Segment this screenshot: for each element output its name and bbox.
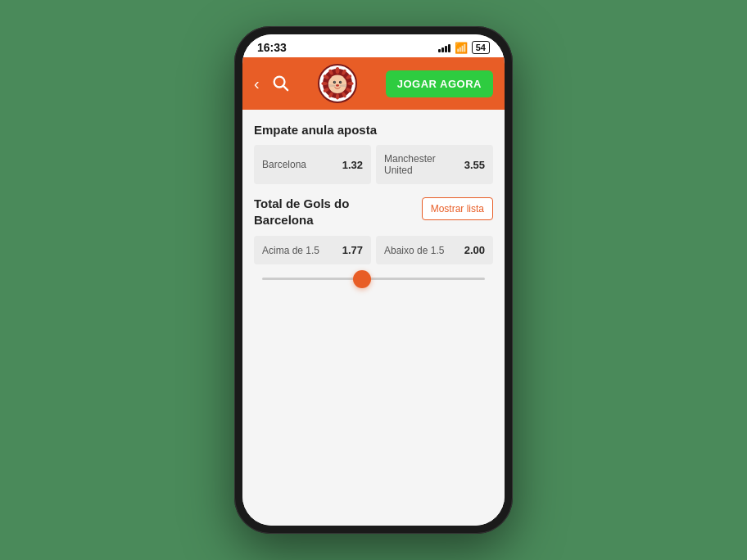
svg-line-1	[283, 86, 287, 90]
empate-bet-row: Barcelona 1.32 Manchester United 3.55	[254, 145, 493, 184]
svg-point-15	[328, 75, 346, 93]
bet-abaixo[interactable]: Abaixo de 1.5 2.00	[376, 236, 493, 264]
svg-point-9	[336, 93, 339, 99]
bet-acima[interactable]: Acima de 1.5 1.77	[254, 236, 371, 264]
abaixo-label: Abaixo de 1.5	[384, 245, 444, 256]
total-gols-section: Total de Gols doBarcelona Mostrar lista …	[254, 196, 493, 264]
acima-label: Acima de 1.5	[262, 245, 319, 256]
manchester-odds: 3.55	[464, 159, 485, 171]
status-time: 16:33	[257, 41, 287, 54]
bet-manchester-united[interactable]: Manchester United 3.55	[376, 145, 493, 184]
empate-section: Empate anula aposta Barcelona 1.32 Manch…	[254, 123, 493, 184]
toolbar-left: ‹	[254, 74, 289, 94]
abaixo-odds: 2.00	[464, 244, 485, 256]
barcelona-label: Barcelona	[262, 159, 306, 170]
total-gols-header: Total de Gols doBarcelona Mostrar lista	[254, 196, 493, 228]
main-content: Empate anula aposta Barcelona 1.32 Manch…	[242, 110, 505, 526]
brand-logo	[318, 64, 357, 103]
slider-track[interactable]	[262, 278, 485, 280]
search-icon[interactable]	[271, 74, 289, 94]
back-icon[interactable]: ‹	[254, 75, 260, 92]
slider-thumb[interactable]	[353, 270, 371, 288]
svg-point-6	[347, 82, 353, 85]
total-gols-title: Total de Gols doBarcelona	[254, 196, 349, 228]
slider-container	[254, 278, 493, 280]
status-bar: 16:33 📶 54	[242, 34, 505, 57]
phone-frame: 16:33 📶 54 ‹	[234, 26, 513, 534]
mostrar-lista-button[interactable]: Mostrar lista	[422, 197, 493, 220]
signal-icon	[438, 43, 450, 52]
battery-indicator: 54	[472, 41, 490, 54]
wifi-icon: 📶	[455, 42, 468, 54]
empate-title: Empate anula aposta	[254, 123, 493, 137]
status-icons: 📶 54	[438, 41, 490, 54]
phone-screen: 16:33 📶 54 ‹	[242, 34, 505, 526]
svg-point-18	[334, 81, 335, 82]
toolbar: ‹	[242, 57, 505, 110]
svg-point-20	[336, 84, 339, 87]
svg-point-3	[335, 67, 339, 74]
bet-barcelona[interactable]: Barcelona 1.32	[254, 145, 371, 184]
svg-point-12	[321, 82, 327, 85]
jogar-agora-button[interactable]: JOGAR AGORA	[386, 70, 493, 97]
total-gols-bet-row: Acima de 1.5 1.77 Abaixo de 1.5 2.00	[254, 236, 493, 264]
barcelona-odds: 1.32	[342, 159, 363, 171]
manchester-label: Manchester United	[384, 153, 464, 176]
acima-odds: 1.77	[342, 244, 363, 256]
svg-point-19	[340, 81, 341, 82]
